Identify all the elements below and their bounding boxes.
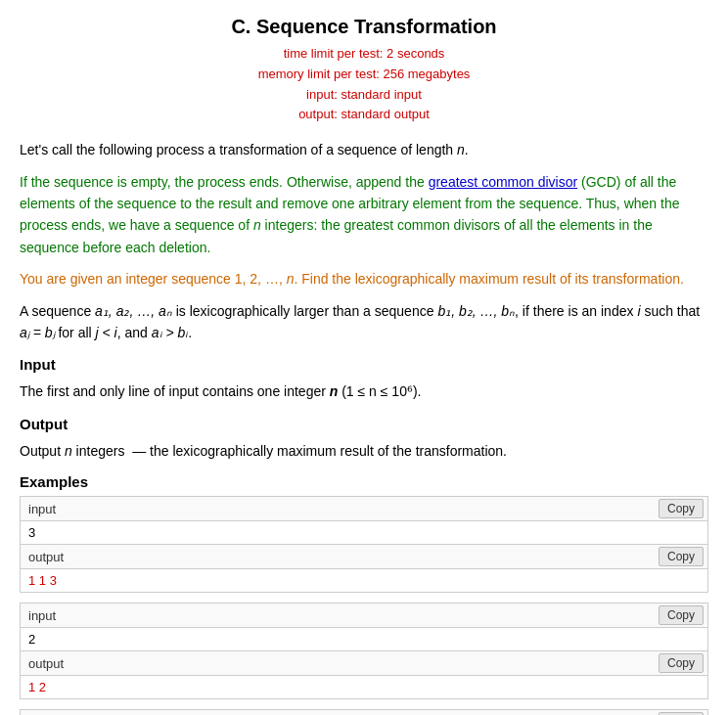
p3-end: . Find the lexicographically maximum res… — [294, 271, 683, 287]
example-block-3: inputCopy1outputCopy1 — [20, 709, 708, 715]
input-type: input: standard input — [20, 85, 708, 106]
example-2-output-copy-button[interactable]: Copy — [659, 653, 704, 673]
example-1-output-label: output — [21, 546, 655, 568]
input-header: Input — [20, 353, 708, 377]
p4-end: , if there is an index — [515, 303, 637, 319]
p4-seq1: a₁, a₂, …, aₙ — [95, 303, 172, 319]
example-block-1: inputCopy3outputCopy1 1 3 — [20, 496, 708, 593]
p1-n: n — [457, 142, 465, 157]
time-limit: time limit per test: 2 seconds — [20, 44, 708, 65]
paragraph-4: A sequence a₁, a₂, …, aₙ is lexicographi… — [20, 300, 708, 344]
output-section: Output Output n integers — the lexicogra… — [20, 413, 708, 462]
example-1-output-header: outputCopy — [21, 544, 707, 569]
problem-title: C. Sequence Transformation — [20, 16, 708, 38]
input-text-end: . — [418, 383, 422, 399]
problem-meta: time limit per test: 2 seconds memory li… — [20, 44, 708, 125]
p1-end: . — [465, 142, 469, 157]
example-1-input-value: 3 — [21, 521, 707, 544]
example-block-2: inputCopy2outputCopy1 2 — [20, 603, 708, 699]
example-2-output-value: 1 2 — [21, 676, 707, 698]
example-2-input-header: inputCopy — [21, 603, 707, 628]
example-2-output-label: output — [21, 652, 655, 675]
p4-seq2: b₁, b₂, …, bₙ — [437, 303, 515, 319]
p4-aj-eq-bj: aⱼ = bⱼ — [20, 325, 55, 340]
example-2-input-value: 2 — [21, 628, 707, 650]
output-text-end: integers — the lexicographically maximum… — [72, 443, 507, 459]
example-2-input-copy-button[interactable]: Copy — [659, 605, 704, 625]
example-2-input-label: input — [21, 604, 655, 627]
example-1-input-label: input — [21, 498, 655, 520]
example-3-input-label: input — [21, 711, 655, 715]
paragraph-2: If the sequence is empty, the process en… — [20, 171, 708, 259]
p2-start: If the sequence is empty, the process en… — [20, 174, 429, 190]
examples-container: inputCopy3outputCopy1 1 3inputCopy2outpu… — [20, 496, 708, 715]
example-2-output-header: outputCopy — [21, 650, 707, 676]
example-1-output-copy-button[interactable]: Copy — [659, 547, 704, 566]
p3-start: You are given an integer sequence 1, 2, … — [20, 271, 287, 287]
example-1-output-value: 1 1 3 — [21, 569, 707, 592]
output-type: output: standard output — [20, 105, 708, 125]
example-1-input-copy-button[interactable]: Copy — [659, 499, 704, 518]
paragraph-1: Let's call the following process a trans… — [20, 139, 708, 160]
memory-limit: memory limit per test: 256 megabytes — [20, 65, 708, 85]
output-n: n — [65, 443, 72, 459]
p4-and: , and — [117, 325, 152, 340]
example-3-input-header: inputCopy — [21, 710, 707, 715]
example-1-input-header: inputCopy — [21, 497, 707, 521]
p2-n: n — [253, 217, 261, 233]
p1-text: Let's call the following process a trans… — [20, 142, 457, 157]
examples-header: Examples — [20, 473, 708, 490]
gcd-link[interactable]: greatest common divisor — [429, 174, 578, 190]
output-text-start: Output — [20, 443, 65, 459]
p4-period: . — [188, 325, 192, 340]
output-header: Output — [20, 413, 708, 436]
p4-for: for all — [55, 325, 96, 340]
p4-start: A sequence — [20, 303, 95, 319]
input-text-start: The first and only line of input contain… — [20, 383, 330, 399]
p4-cond: such that — [641, 303, 701, 319]
p4-ji: j < i — [96, 325, 117, 340]
input-constraint: (1 ≤ n ≤ 10⁶) — [338, 383, 417, 399]
paragraph-3: You are given an integer sequence 1, 2, … — [20, 268, 708, 290]
p4-mid: is lexicographically larger than a seque… — [172, 303, 438, 319]
input-section: Input The first and only line of input c… — [20, 353, 708, 402]
p4-ai-gt-bi: aᵢ > bᵢ — [152, 325, 189, 340]
